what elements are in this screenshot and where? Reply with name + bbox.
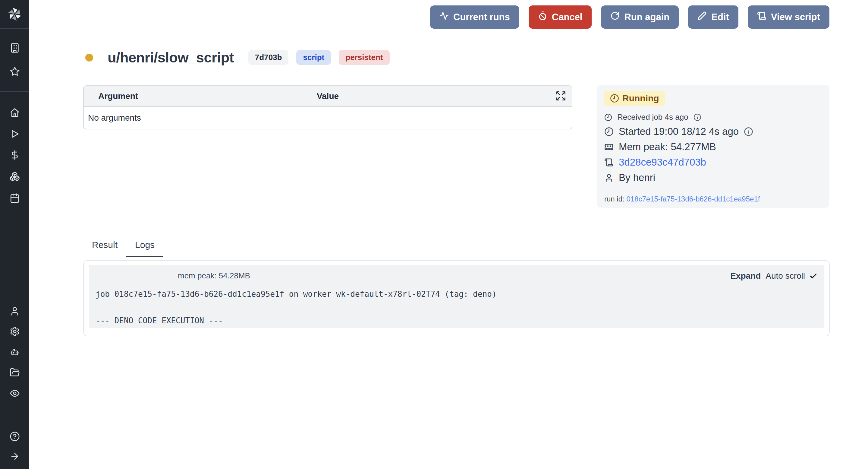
tag-badge: persistent [339, 50, 390, 65]
arguments-table: Argument Value No arguments [83, 85, 572, 129]
run-id-label: run id: [604, 195, 624, 203]
log-line: --- DENO CODE EXECUTION --- [96, 314, 824, 327]
page-title: u/henri/slow_script [107, 49, 234, 66]
run-again-button[interactable]: Run again [601, 5, 679, 29]
mem-peak-text: Mem peak: 54.277MB [619, 141, 716, 153]
eye-icon[interactable] [0, 388, 29, 399]
log-line: job 018c7e15-fa75-13d6-b626-dd1c1ea95e1f… [96, 287, 824, 301]
status-dot [85, 54, 93, 61]
help-circle-icon[interactable] [0, 431, 29, 442]
run-id-row: run id: 018c7e15-fa75-13d6-b626-dd1c1ea9… [604, 195, 822, 203]
windmill-logo[interactable] [0, 6, 29, 22]
log-output: job 018c7e15-fa75-13d6-b626-dd1c1ea95e1f… [89, 287, 824, 327]
script-hash-link[interactable]: 3d28ce93c47d703b [619, 156, 706, 168]
info-icon[interactable] [693, 113, 701, 121]
log-mem-peak: mem peak: 54.28MB [178, 271, 250, 281]
expand-logs-button[interactable]: Expand [730, 271, 761, 281]
memory-stick-icon [604, 142, 614, 152]
rerun-icon [610, 11, 620, 23]
started-text: Started 19:00 18/12 4s ago [619, 126, 739, 137]
title-row: u/henri/slow_script 7d703b script persis… [85, 49, 390, 66]
received-row: Received job 4s ago [604, 113, 822, 122]
run-page: Current runs Cancel Run again Edit View … [0, 0, 868, 469]
activity-icon [439, 11, 449, 23]
current-runs-button[interactable]: Current runs [430, 5, 519, 29]
folder-open-icon[interactable] [0, 368, 29, 378]
clock-icon [604, 113, 612, 121]
toolbar: Current runs Cancel Run again Edit View … [430, 5, 830, 29]
cancel-button[interactable]: Cancel [529, 5, 592, 29]
sidebar [0, 0, 29, 469]
edit-button[interactable]: Edit [688, 5, 738, 29]
tab-logs[interactable]: Logs [126, 236, 163, 257]
value-column-header: Value [84, 91, 572, 101]
log-controls: Expand Auto scroll [730, 271, 817, 281]
building-icon[interactable] [0, 43, 29, 53]
logs-viewer: mem peak: 54.28MB Expand Auto scroll job… [89, 265, 824, 328]
check-icon [809, 272, 817, 280]
log-line [96, 301, 824, 314]
scroll-icon [757, 11, 767, 23]
boxes-icon[interactable] [0, 171, 29, 182]
auto-scroll-label: Auto scroll [766, 271, 805, 281]
calendar-icon[interactable] [0, 193, 29, 203]
auto-scroll-toggle[interactable]: Auto scroll [766, 271, 817, 281]
user-icon[interactable] [0, 306, 29, 316]
cancel-icon [538, 11, 547, 23]
tab-result[interactable]: Result [83, 236, 126, 257]
cancel-label: Cancel [552, 12, 583, 23]
arrow-right-icon[interactable] [0, 451, 29, 462]
user-icon [604, 173, 614, 182]
status-panel: Running Received job 4s ago Started 19:0… [597, 85, 830, 208]
run-again-label: Run again [624, 12, 670, 23]
info-icon[interactable] [744, 127, 753, 136]
script-hash-row: 3d28ce93c47d703b [604, 156, 822, 168]
author-row: By henri [604, 172, 822, 183]
expand-icon[interactable] [555, 90, 567, 102]
gear-icon[interactable] [0, 326, 29, 336]
view-script-button[interactable]: View script [748, 5, 830, 29]
play-icon[interactable] [0, 129, 29, 139]
sidebar-divider [0, 28, 29, 29]
current-runs-label: Current runs [453, 12, 510, 23]
run-id-link[interactable]: 018c7e15-fa75-13d6-b626-dd1c1ea95e1f [626, 195, 760, 203]
mem-peak-row: Mem peak: 54.277MB [604, 141, 822, 153]
pencil-icon [698, 11, 707, 23]
robot-icon[interactable] [0, 347, 29, 357]
logs-card: mem peak: 54.28MB Expand Auto scroll job… [83, 260, 830, 336]
arguments-table-header: Argument Value [84, 86, 572, 107]
scroll-icon [604, 158, 614, 167]
author-text: By henri [619, 172, 655, 183]
dollar-icon[interactable] [0, 150, 29, 160]
badges: 7d703b script persistent [248, 50, 390, 65]
clock-icon [604, 127, 614, 136]
hash-badge: 7d703b [248, 50, 289, 65]
home-icon[interactable] [0, 107, 29, 118]
running-status-badge: Running [604, 91, 665, 106]
clock-icon [610, 94, 619, 103]
star-icon[interactable] [0, 66, 29, 77]
view-script-label: View script [771, 12, 820, 23]
running-status-label: Running [622, 93, 659, 104]
received-text: Received job 4s ago [617, 113, 688, 122]
kind-badge: script [296, 50, 331, 65]
result-logs-tabs: Result Logs [83, 236, 830, 257]
no-arguments-row: No arguments [84, 107, 572, 129]
edit-label: Edit [711, 12, 729, 23]
started-row: Started 19:00 18/12 4s ago [604, 126, 822, 137]
sidebar-divider [0, 91, 29, 92]
